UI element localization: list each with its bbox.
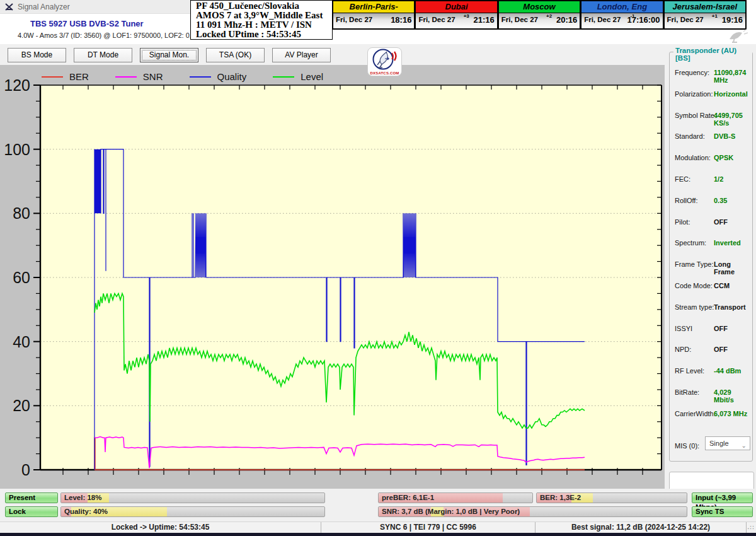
tp-label: Pilot: (675, 218, 690, 226)
mode-button-bs-mode[interactable]: BS Mode (8, 48, 66, 62)
tp-value: Long Frame (714, 260, 750, 276)
tp-value: OFF (714, 218, 728, 226)
clock-utc-offset: +3 (464, 13, 469, 19)
tp-label: Standard: (675, 132, 705, 140)
dish-watermark-icon (726, 28, 748, 45)
statusbar: .:: Locked -> Uptime: 54:53:45SYNC 6 | T… (0, 521, 756, 533)
tp-row-bitrate-: BitRate:4,029 Mbit/s (675, 388, 750, 399)
clock-time: 17:16:00 (627, 15, 660, 25)
station-info-box: PF 450_Lučenec/SlovakiaAMOS 7 at 3,9°W_M… (190, 0, 333, 40)
mis-dropdown[interactable]: Single ⌄ (705, 436, 750, 450)
tp-label: Frame Type: (675, 260, 714, 268)
signal-analyzer-window: Signal Analyzer TBS 5927 USB DVB-S2 Tune… (0, 0, 756, 536)
tp-row-carrierwidth-: CarrierWidth:6,073 MHz (675, 410, 750, 420)
level-bar-text: Level: 18% (64, 494, 101, 501)
tp-value: -44 dBm (714, 367, 741, 375)
station-info-line-0: PF 450_Lučenec/Slovakia (196, 1, 332, 11)
tp-row-rolloff-: RollOff:0.35 (675, 197, 750, 207)
chart-decoration: 60 (13, 269, 30, 286)
clock-date: Fri, Dec 27 (418, 16, 455, 23)
tp-label: Spectrum: (675, 239, 706, 247)
mode-button-signal-mon-[interactable]: Signal Mon. (140, 48, 198, 62)
title-bar: Signal Analyzer (0, 0, 190, 14)
present-indicator: Present (5, 492, 58, 503)
mode-button-tsa-ok-[interactable]: TSA (OK) (206, 48, 265, 62)
clock-city: Jerusalem-Israel (665, 1, 745, 13)
tp-value: CCM (714, 282, 730, 289)
mis-label: MIS (0): (675, 442, 699, 450)
world-clocks: Berlin-Paris-LučenecFri, Dec 2718:16Duba… (333, 0, 747, 30)
tp-value: OFF (714, 325, 728, 332)
chart-decoration: 80 (13, 204, 30, 222)
ber-bar-text: BER: 1,3E-2 (540, 494, 581, 501)
tp-label: Modulation: (675, 154, 711, 161)
tp-label: Symbol Rate: (675, 112, 716, 119)
level-bar: Level: 18% (60, 492, 325, 503)
clock-date: Fri, Dec 27 (667, 16, 704, 23)
preber-bar: preBER: 6,1E-1 (378, 492, 533, 503)
station-info-line-1: AMOS 7 at 3,9°W_Middle East (196, 11, 332, 20)
tp-label: CarrierWidth: (675, 410, 716, 417)
window-title: Signal Analyzer (18, 3, 70, 11)
clock-2: MoscowFri, Dec 27+220:16 (498, 0, 581, 30)
clock-date: Fri, Dec 27 (336, 16, 372, 23)
tp-value: 4,029 Mbit/s (714, 388, 750, 404)
clock-time: 21:16 (474, 15, 495, 25)
tp-row-stream-type-: Stream type:Transport (675, 303, 750, 313)
tp-row-symbol-rate-: Symbol Rate:4499,705 KS/s (675, 112, 750, 122)
chart-decoration: 100 (4, 141, 30, 158)
tp-label: FEC: (675, 175, 690, 183)
preber-bar-text: preBER: 6,1E-1 (382, 494, 434, 501)
tp-label: Frequency: (675, 69, 709, 76)
clock-city: London, Eng (581, 1, 662, 13)
quality-bar-text: Quality: 40% (64, 508, 108, 515)
snr-bar-text: SNR: 3,7 dB (Margin: 1,0 dB | Very Poor) (382, 508, 520, 515)
tp-label: Polarization: (675, 90, 713, 98)
transponder-panel: Transponder (AU) [BS] MIS (0): Single ⌄ … (665, 44, 756, 536)
clock-date: Fri, Dec 27 (501, 16, 538, 23)
clock-time: 18:16 (391, 15, 411, 25)
clock-3: London, EngFri, Dec 27-117:16:00 (581, 0, 663, 30)
chart-decoration: 120 (4, 76, 30, 94)
tp-row-modulation-: Modulation:QPSK (675, 154, 750, 164)
tp-value: Transport (714, 303, 746, 311)
tp-label: BitRate: (675, 388, 699, 396)
tp-row-frame-type-: Frame Type:Long Frame (675, 260, 750, 271)
tp-row-polarization-: Polarization:Horizontal (675, 90, 750, 100)
lock-indicator: Lock (5, 506, 58, 517)
mode-toolbar: BS ModeDT ModeSignal Mon.TSA (OK)AV Play… (0, 44, 665, 65)
clock-city: Berlin-Paris-Lučenec (333, 1, 414, 13)
statusbar-section-0: Locked -> Uptime: 54:53:45 (0, 522, 321, 533)
tp-value: Inverted (714, 239, 741, 247)
clock-city: Moscow (499, 1, 580, 13)
tp-label: RollOff: (675, 197, 697, 204)
mis-row: MIS (0): Single ⌄ (675, 440, 750, 451)
tp-value: 4499,705 KS/s (714, 112, 750, 127)
transponder-title: Transponder (AU) [BS] (673, 47, 752, 62)
snr-bar: SNR: 3,7 dB (Margin: 1,0 dB | Very Poor) (378, 506, 687, 517)
tp-value: Horizontal (714, 90, 748, 98)
chart-decoration: 20 (13, 397, 30, 414)
mode-button-av-player[interactable]: AV Player (272, 48, 331, 62)
clock-time: 20:16 (556, 15, 577, 25)
mode-button-dt-mode[interactable]: DT Mode (74, 48, 132, 62)
clock-time: 19:16 (722, 15, 743, 25)
tp-label: RF Level: (675, 367, 704, 375)
ber-bar: BER: 1,3E-2 (536, 492, 687, 503)
tp-value: DVB-S (714, 132, 735, 140)
tp-label: ISSYI (675, 325, 692, 332)
tp-value: 11090,874 MHz (714, 69, 750, 84)
tp-row-issyi: ISSYIOFF (675, 325, 750, 335)
chart-decoration: 0 (21, 461, 30, 479)
station-info-line-3: Locked UPtime : 54:53:45 (196, 30, 332, 39)
statusbar-section-1: SYNC 6 | TEI 779 | CC 5996 (321, 522, 536, 533)
dxsatcs-logo: DXSATCS.COM (367, 47, 402, 76)
tp-value: 1/2 (714, 175, 723, 183)
tp-row-npd-: NPD:OFF (675, 346, 750, 356)
tp-label: NPD: (675, 346, 691, 353)
tp-label: Stream type: (675, 303, 714, 311)
quality-bar: Quality: 40% (60, 506, 325, 517)
tp-row-standard-: Standard:DVB-S (675, 132, 750, 143)
signal-chart-zone: BERSNRQualityLevel 020406080100120 DXSAT… (0, 65, 665, 489)
resize-grip[interactable]: .:: (748, 524, 755, 530)
